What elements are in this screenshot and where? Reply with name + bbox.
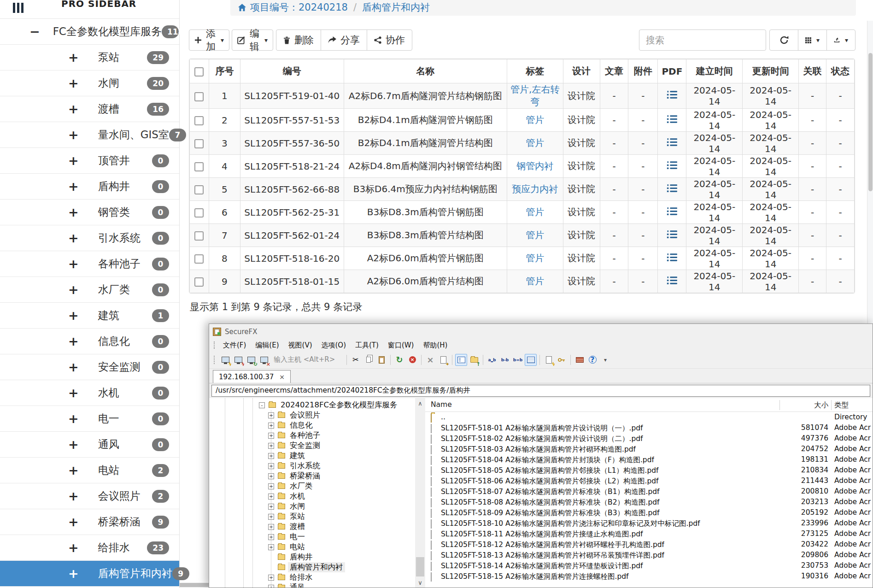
tree-expander-icon[interactable]: -+ (259, 402, 265, 408)
pdf-list-icon[interactable] (667, 253, 677, 264)
expand-icon[interactable]: + (68, 309, 79, 322)
sidebar-item[interactable]: − + 盾构井 0 (0, 174, 179, 200)
session-tab[interactable]: 192.168.100.37 × (213, 370, 291, 383)
file-row[interactable]: SL1205FT-518-09 A2标输水隧洞盾构管片标准块（B3）构造图.pd… (425, 507, 873, 518)
expand-icon[interactable]: + (68, 541, 79, 554)
quick-connect-host-input[interactable]: 输入主机 <Alt+R> (271, 354, 344, 365)
tree-expander-icon[interactable]: -+ (268, 514, 274, 520)
tree-item[interactable]: -+ 建筑 (209, 451, 415, 461)
column-header[interactable]: 关联 (799, 59, 826, 83)
tree-expander-icon[interactable]: -+ (268, 483, 274, 489)
parent-folder-icon[interactable]: ↑ (468, 354, 480, 366)
expand-icon[interactable]: + (68, 51, 79, 64)
breadcrumb-project-link[interactable]: 项目编号：20240218 (250, 1, 348, 14)
file-row[interactable]: SL1205FT-518-08 A2标输水隧洞盾构管片标准块（B2）构造图.pd… (425, 497, 873, 507)
sidebar-item[interactable]: − + 建筑 1 (0, 303, 179, 329)
tree-item[interactable]: -+ 通风 (209, 582, 415, 588)
columns-button[interactable]: ▾ (798, 29, 827, 51)
pdf-list-icon[interactable] (667, 115, 677, 126)
tree-scrollbar[interactable]: ∧ ∨ (415, 398, 425, 588)
tree-expander-icon[interactable]: -+ (268, 534, 274, 540)
expand-icon[interactable]: + (68, 77, 79, 89)
sidebar-item[interactable]: − + 泵站 29 (0, 45, 179, 71)
file-row[interactable]: SL1205FT-518-05 A2标输水隧洞盾构管片邻接块（L1）构造图.pd… (425, 465, 873, 476)
menu-item[interactable]: 工具(T) (351, 340, 383, 351)
menu-item[interactable]: 窗口(W) (383, 340, 419, 351)
sidebar-toggle-icon[interactable] (13, 3, 23, 13)
tag-link[interactable]: 管片 (526, 137, 544, 148)
expand-icon[interactable]: + (68, 516, 79, 528)
refresh-icon[interactable]: ↻ (393, 354, 405, 366)
row-checkbox[interactable] (194, 162, 204, 171)
copy-icon[interactable] (363, 354, 375, 366)
table-row[interactable]: 9 SL1205FT-518-01-15 A2标D6.0m盾构管片结构图 管片 … (190, 270, 855, 293)
row-checkbox[interactable] (194, 277, 204, 287)
toolbar-grip[interactable] (214, 356, 215, 364)
path-input[interactable] (211, 385, 870, 397)
collaborate-button[interactable]: 协作 (367, 29, 412, 51)
collapse-icon[interactable]: − (29, 25, 40, 38)
edit-button[interactable]: 编辑▾ (232, 29, 273, 51)
tree-item[interactable]: -+ 渡槽 (209, 522, 415, 532)
add-button[interactable]: 添加▾ (189, 29, 229, 51)
sidebar-item[interactable]: − + 盾构管片和内衬 9 (0, 561, 179, 587)
sidebar-item[interactable]: − + 水厂类 0 (0, 277, 179, 303)
column-header[interactable]: 标签 (507, 59, 563, 83)
expand-icon[interactable]: + (68, 258, 79, 270)
name-column-header[interactable]: Name (431, 400, 452, 409)
pdf-list-icon[interactable] (667, 161, 677, 172)
file-row[interactable]: SL1205FT-518-06 A2标输水隧洞盾构管片邻接块（L2）构造图.pd… (425, 476, 873, 486)
pdf-list-icon[interactable] (667, 207, 677, 218)
file-row[interactable]: SL1205FT-518-02 A2标输水隧洞盾构管片设计说明（二）.pdf 4… (425, 433, 873, 444)
firewall-icon[interactable] (574, 354, 586, 366)
pdf-list-icon[interactable] (667, 230, 677, 241)
tree-expander-icon[interactable]: -+ (268, 575, 274, 581)
column-header[interactable]: 文章 (600, 59, 628, 83)
tree-expander-icon[interactable]: -+ (268, 433, 274, 439)
sidebar-item[interactable]: − + 电一 0 (0, 406, 179, 432)
breadcrumb-current[interactable]: 盾构管片和内衬 (362, 1, 430, 14)
sidebar-item[interactable]: − + 水机 0 (0, 380, 179, 406)
expand-icon[interactable]: + (68, 206, 79, 218)
table-row[interactable]: 5 SL1205FT-562-66-88 B3标D6.4m预应力内衬结构钢筋图 … (190, 178, 855, 201)
transfer-auto-icon[interactable]: b=b (512, 354, 524, 366)
file-row[interactable]: SL1205FT-518-04 A2标输水隧洞盾构管片封顶块（F）构造图.pdf… (425, 454, 873, 465)
sidebar-item[interactable]: − + 通风 0 (0, 432, 179, 458)
column-header[interactable]: 建立时间 (686, 59, 743, 83)
tag-link[interactable]: 预应力内衬 (512, 183, 558, 194)
expand-icon[interactable]: + (68, 387, 79, 399)
transfer-queue-icon[interactable]: ϟ (543, 354, 555, 366)
tree-item[interactable]: -+ 泵站 (209, 512, 415, 522)
toolbar-overflow-icon[interactable]: ▾ (599, 354, 611, 366)
sidebar-item[interactable]: − + FC全参数化模型库服务 118 (0, 19, 179, 45)
delete-icon[interactable]: × (424, 354, 436, 366)
file-row[interactable]: SL1205FT-518-15 A2标输水隧洞盾构管片连接螺栓图.pdf 190… (425, 571, 873, 582)
expand-icon[interactable]: + (68, 283, 79, 296)
file-row[interactable]: SL1205FT-518-01 A2标输水隧洞盾构管片设计说明（一）.pdf 5… (425, 423, 873, 433)
delete-button[interactable]: 删除 (276, 29, 321, 51)
pdf-list-icon[interactable] (667, 138, 677, 149)
expand-icon[interactable]: + (68, 154, 79, 167)
row-checkbox[interactable] (194, 185, 204, 194)
column-header[interactable]: 状态 (826, 59, 854, 83)
connect-session-icon[interactable]: ϟ (232, 354, 244, 366)
file-row[interactable]: SL1205FT-518-13 A2标输水隧洞盾构管片衬砌环吊装预埋件详图.pd… (425, 550, 873, 560)
row-checkbox[interactable] (194, 139, 204, 148)
column-header[interactable]: 名称 (344, 59, 507, 83)
paste-icon[interactable] (375, 354, 387, 366)
tree-item[interactable]: -+ 各种池子 (209, 430, 415, 441)
file-row[interactable]: SL1205FT-518-14 A2标输水隧洞盾构管片环缝垫板设计图.pdf 2… (425, 560, 873, 571)
sidebar-item[interactable]: − + 电站 2 (0, 458, 179, 483)
row-checkbox[interactable] (194, 208, 204, 218)
tree-expander-icon[interactable]: -+ (268, 585, 274, 588)
size-column-header[interactable]: 大小 (720, 400, 828, 410)
tree-expander-icon[interactable]: -+ (268, 544, 274, 550)
column-header[interactable]: 编号 (240, 59, 344, 83)
tree-item[interactable]: -+ 水厂类 (209, 481, 415, 491)
expand-icon[interactable]: + (68, 567, 79, 580)
type-column-header[interactable]: 类型 (834, 400, 849, 410)
expand-icon[interactable]: + (68, 335, 79, 347)
tree-item[interactable]: -+ 盾构井 (209, 552, 415, 562)
tree-expander-icon[interactable]: -+ (268, 423, 274, 429)
menu-item[interactable]: 选项(O) (317, 340, 351, 351)
